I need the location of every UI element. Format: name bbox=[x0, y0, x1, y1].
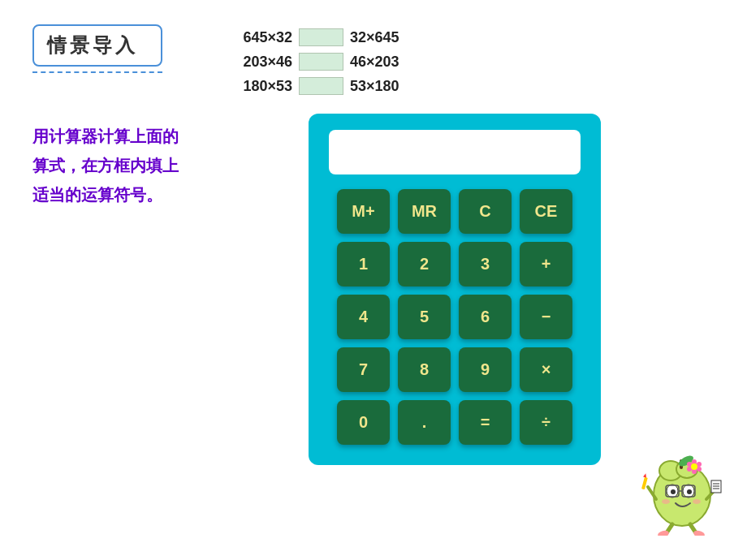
btn-0[interactable]: 0 bbox=[337, 400, 390, 445]
calculator: M+ MR C CE 1 2 3 + 4 5 6 − bbox=[309, 114, 601, 465]
btn-dot[interactable]: . bbox=[398, 400, 451, 445]
equation-row-1: 645×32 32×645 bbox=[211, 28, 431, 46]
svg-point-12 bbox=[662, 499, 670, 504]
btn-9[interactable]: 9 bbox=[459, 347, 512, 392]
btn-minus[interactable]: − bbox=[520, 295, 572, 339]
svg-point-17 bbox=[697, 467, 702, 472]
eq-left-1: 645×32 bbox=[211, 29, 292, 46]
btn-6[interactable]: 6 bbox=[459, 295, 512, 339]
svg-marker-25 bbox=[643, 473, 647, 478]
svg-point-19 bbox=[687, 467, 692, 472]
calculator-buttons: M+ MR C CE 1 2 3 + 4 5 6 − bbox=[329, 189, 581, 445]
btn-c[interactable]: C bbox=[459, 189, 512, 234]
btn-8[interactable]: 8 bbox=[398, 347, 451, 392]
btn-ce[interactable]: CE bbox=[520, 189, 572, 234]
svg-point-7 bbox=[671, 489, 676, 494]
btn-m-plus[interactable]: M+ bbox=[337, 189, 390, 234]
eq-box-3 bbox=[299, 77, 343, 95]
eq-right-2: 46×203 bbox=[350, 54, 431, 71]
calc-row-3: 4 5 6 − bbox=[329, 295, 581, 339]
equation-row-2: 203×46 46×203 bbox=[211, 53, 431, 71]
calc-row-4: 7 8 9 × bbox=[329, 347, 581, 392]
svg-point-16 bbox=[697, 462, 702, 467]
btn-multiply[interactable]: × bbox=[520, 347, 572, 392]
mascot bbox=[641, 446, 723, 536]
eq-left-2: 203×46 bbox=[211, 54, 292, 71]
eq-left-3: 180×53 bbox=[211, 78, 292, 95]
btn-1[interactable]: 1 bbox=[337, 242, 390, 286]
equations-section: 645×32 32×645 203×46 46×203 180×53 53×18… bbox=[211, 28, 431, 101]
svg-point-13 bbox=[693, 499, 701, 504]
equation-row-3: 180×53 53×180 bbox=[211, 77, 431, 95]
btn-plus[interactable]: + bbox=[520, 242, 572, 286]
eq-box-2 bbox=[299, 53, 343, 71]
btn-divide[interactable]: ÷ bbox=[520, 400, 572, 445]
divider bbox=[32, 71, 162, 73]
btn-3[interactable]: 3 bbox=[459, 242, 512, 286]
description-text: 用计算器计算上面的算式，在方框内填上适当的运算符号。 bbox=[24, 114, 187, 465]
svg-point-21 bbox=[691, 463, 697, 470]
calc-row-2: 1 2 3 + bbox=[329, 242, 581, 286]
btn-7[interactable]: 7 bbox=[337, 347, 390, 392]
btn-equals[interactable]: = bbox=[459, 400, 512, 445]
btn-5[interactable]: 5 bbox=[398, 295, 451, 339]
btn-mr[interactable]: MR bbox=[398, 189, 451, 234]
eq-right-1: 32×645 bbox=[350, 29, 431, 46]
eq-right-3: 53×180 bbox=[350, 78, 431, 95]
calculator-display bbox=[329, 130, 581, 174]
btn-4[interactable]: 4 bbox=[337, 295, 390, 339]
calc-row-1: M+ MR C CE bbox=[329, 189, 581, 234]
svg-point-20 bbox=[687, 462, 692, 467]
eq-box-1 bbox=[299, 28, 343, 46]
svg-point-8 bbox=[687, 489, 692, 494]
calc-row-5: 0 . = ÷ bbox=[329, 400, 581, 445]
btn-2[interactable]: 2 bbox=[398, 242, 451, 286]
page-title: 情景导入 bbox=[32, 24, 162, 67]
